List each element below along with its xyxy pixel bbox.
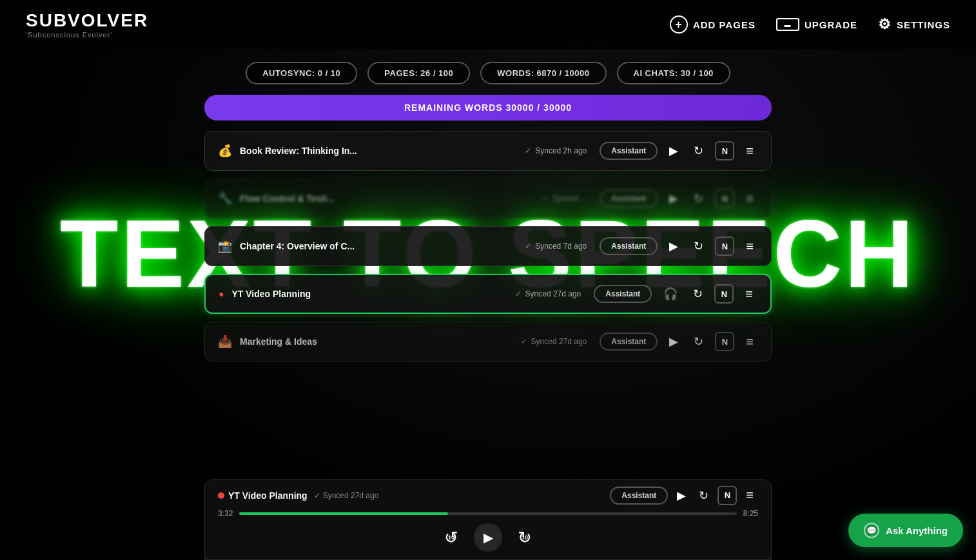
player-check-icon: ✓ [314,491,320,500]
page-dot-4: ● [219,289,224,299]
current-time: 3:32 [218,509,233,518]
page-card-1: 💰 Book Review: Thinking In... ✓ Synced 2… [204,131,772,171]
player-controls-right: Assistant ▶ ↻ N ≡ [610,485,758,505]
play-button-1[interactable]: ▶ [665,141,682,160]
progress-row: 3:32 8:25 [218,509,758,518]
player-page-info: YT Video Planning ✓ Synced 27d ago [218,490,610,501]
total-time: 8:25 [743,509,758,518]
assistant-button-4[interactable]: Assistant [594,285,652,303]
skip-back-button[interactable]: ↺10 [444,528,458,548]
page-title-5: Marketing & Ideas [240,336,513,347]
page-title-2: Flow Control & Testi... [240,193,534,204]
settings-button[interactable]: ⚙ SETTINGS [878,16,950,33]
skip-back-label: 10 [448,534,454,541]
page-emoji-1: 💰 [218,144,232,158]
add-pages-label: ADD PAGES [693,19,756,30]
header: SUBVOLVER 'Subconscious Evolver' + ADD P… [0,0,976,49]
refresh-button-4[interactable]: ↻ [689,284,707,304]
page-card-4: ● YT Video Planning ✓ Synced 27d ago Ass… [204,274,772,314]
logo-area: SUBVOLVER 'Subconscious Evolver' [26,10,148,39]
progress-bar-fill [239,512,448,515]
play-button-5[interactable]: ▶ [665,332,682,351]
assistant-button-1[interactable]: Assistant [600,142,658,160]
notion-button-3[interactable]: N [715,237,734,256]
headphones-button-4[interactable]: 🎧 [659,284,681,304]
player-refresh-button[interactable]: ↻ [695,486,712,505]
page-card-5: 📥 Marketing & Ideas ✓ Synced 27d ago Ass… [204,322,772,362]
page-title-3: Chapter 4: Overview of C... [240,241,517,251]
skip-forward-button[interactable]: ↻10 [518,528,532,548]
page-emoji-3: 📸 [218,239,232,253]
ask-anything-button[interactable]: 💬 Ask Anything [848,514,963,547]
refresh-button-2[interactable]: ↻ [690,189,707,208]
remaining-words-bar: REMAINING WORDS 30000 / 30000 [204,95,772,121]
ask-anything-icon: 💬 [864,523,879,538]
player-sync-text: Synced 27d ago [323,491,379,500]
logo-subtitle: 'Subconscious Evolver' [26,31,148,39]
play-pause-button[interactable]: ▶ [474,523,502,552]
page-title-1: Book Review: Thinking In... [240,146,517,156]
audio-player: YT Video Planning ✓ Synced 27d ago Assis… [204,479,772,560]
assistant-button-3[interactable]: Assistant [600,237,658,255]
player-assistant-button[interactable]: Assistant [610,487,668,505]
menu-button-3[interactable]: ≡ [742,237,758,256]
check-icon-4: ✓ [515,289,522,298]
assistant-button-2[interactable]: Assistant [600,189,658,208]
ask-anything-label: Ask Anything [886,525,948,536]
sync-status-1: ✓ Synced 2h ago [525,146,587,155]
player-sync-status: ✓ Synced 27d ago [314,491,379,500]
player-notion-button[interactable]: N [717,486,737,505]
check-icon-3: ✓ [525,242,531,251]
menu-button-5[interactable]: ≡ [742,332,758,352]
ai-chats-badge: AI CHATS: 30 / 100 [617,62,730,84]
page-emoji-2: 🔧 [218,191,232,206]
notion-button-2[interactable]: N [715,189,734,208]
header-actions: + ADD PAGES ▬ UPGRADE ⚙ SETTINGS [670,15,950,34]
main-content: AUTOSYNC: 0 / 10 PAGES: 26 / 100 WORDS: … [204,49,772,382]
skip-forward-label: 10 [522,534,528,541]
settings-gear-icon: ⚙ [878,16,892,33]
add-pages-button[interactable]: + ADD PAGES [670,15,756,34]
upgrade-label: UPGRADE [805,19,857,30]
play-button-2[interactable]: ▶ [665,189,682,208]
page-card-2: 🔧 Flow Control & Testi... ✓ Synced ... A… [204,179,772,218]
sync-status-5: ✓ Synced 27d ago [521,337,587,346]
page-card-3: 📸 Chapter 4: Overview of C... ✓ Synced 7… [204,226,772,266]
autosync-badge: AUTOSYNC: 0 / 10 [246,62,357,84]
player-title-text: YT Video Planning [228,490,307,501]
notion-button-1[interactable]: N [715,141,734,160]
pages-badge: PAGES: 26 / 100 [367,62,470,84]
menu-button-1[interactable]: ≡ [742,141,758,161]
player-play-button[interactable]: ▶ [673,486,690,505]
progress-bar[interactable] [239,512,736,515]
check-icon-5: ✓ [521,337,527,346]
words-badge: WORDS: 6870 / 10000 [480,62,606,84]
upgrade-icon: ▬ [776,18,799,31]
add-pages-icon: + [670,15,688,34]
check-icon-1: ✓ [525,146,531,155]
player-dot-icon [218,492,224,499]
menu-button-4[interactable]: ≡ [741,284,757,304]
assistant-button-5[interactable]: Assistant [600,333,658,351]
player-menu-button[interactable]: ≡ [742,485,758,505]
settings-label: SETTINGS [897,19,950,30]
player-page-title: YT Video Planning [218,490,307,501]
upgrade-button[interactable]: ▬ UPGRADE [776,18,857,31]
check-icon-2: ✓ [542,194,549,203]
notion-button-5[interactable]: N [715,332,734,351]
stats-row: AUTOSYNC: 0 / 10 PAGES: 26 / 100 WORDS: … [204,62,772,84]
refresh-button-1[interactable]: ↻ [690,141,707,160]
sync-status-4: ✓ Synced 27d ago [515,289,581,298]
logo-title: SUBVOLVER [26,10,148,31]
refresh-button-5[interactable]: ↻ [690,332,707,351]
sync-status-2: ✓ Synced ... [542,194,587,203]
sync-status-3: ✓ Synced 7d ago [525,242,587,251]
refresh-button-3[interactable]: ↻ [690,237,707,256]
player-header: YT Video Planning ✓ Synced 27d ago Assis… [218,485,758,505]
notion-button-4[interactable]: N [714,284,734,304]
page-emoji-5: 📥 [218,334,232,349]
playback-controls: ↺10 ▶ ↻10 [218,523,758,552]
page-title-4: YT Video Planning [231,289,507,299]
play-button-3[interactable]: ▶ [665,237,682,256]
menu-button-2[interactable]: ≡ [742,189,758,209]
